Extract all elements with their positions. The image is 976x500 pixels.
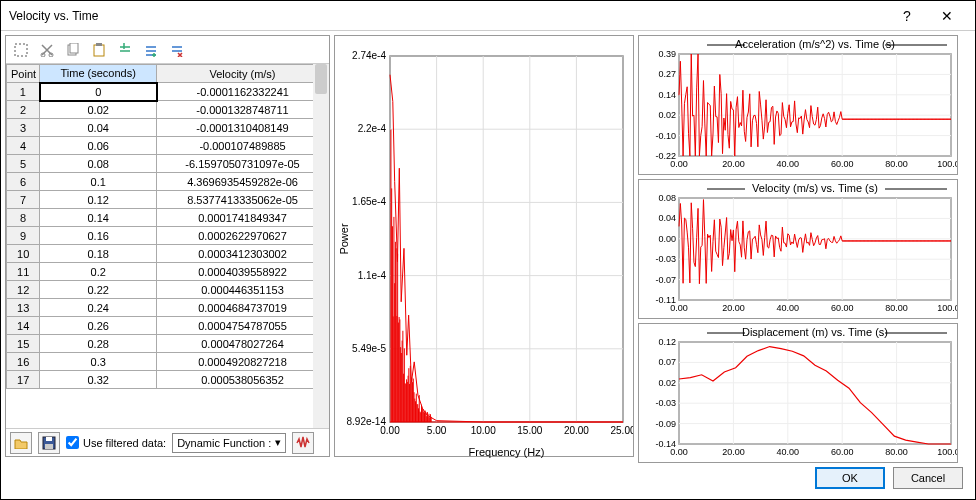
svg-text:0.02: 0.02 [658, 110, 676, 120]
use-filtered-checkbox[interactable]: Use filtered data: [66, 436, 166, 449]
svg-text:0.02: 0.02 [658, 378, 676, 388]
svg-text:0.07: 0.07 [658, 357, 676, 367]
table-scrollbar[interactable] [313, 64, 329, 428]
svg-rect-5 [94, 45, 104, 56]
svg-rect-154 [679, 342, 951, 444]
data-panel: Point Time (seconds) Velocity (m/s) 10-0… [5, 35, 330, 457]
svg-text:20.00: 20.00 [722, 447, 745, 457]
acceleration-chart: Acceleration (m/s^2) vs. Time (s)0.390.2… [638, 35, 958, 175]
use-filtered-label: Use filtered data: [83, 437, 166, 449]
svg-text:-0.10: -0.10 [655, 131, 676, 141]
paste-icon[interactable] [90, 41, 108, 59]
table-row[interactable]: 170.320.000538056352 [7, 371, 329, 389]
close-button[interactable]: ✕ [927, 1, 967, 31]
dialog-footer: OK Cancel [1, 461, 975, 495]
svg-text:0.00: 0.00 [670, 159, 688, 169]
svg-text:20.00: 20.00 [722, 159, 745, 169]
copy-icon[interactable] [64, 41, 82, 59]
svg-text:40.00: 40.00 [777, 303, 800, 313]
table-row[interactable]: 100.180.0003412303002 [7, 245, 329, 263]
svg-text:0.39: 0.39 [658, 49, 676, 59]
power-spectrum-chart: 2.74e-42.2e-41.65e-41.1e-45.49e-58.92e-1… [334, 35, 634, 457]
window-title: Velocity vs. Time [9, 9, 887, 23]
table-toolbar [6, 36, 329, 64]
svg-text:100.00: 100.00 [937, 447, 957, 457]
cut-icon[interactable] [38, 41, 56, 59]
table-row[interactable]: 110.20.0004039558922 [7, 263, 329, 281]
svg-text:-0.09: -0.09 [655, 419, 676, 429]
svg-text:1.65e-4: 1.65e-4 [352, 196, 386, 207]
col-time[interactable]: Time (seconds) [40, 65, 157, 83]
svg-text:15.00: 15.00 [517, 425, 542, 436]
save-file-button[interactable] [38, 432, 60, 454]
svg-text:0.00: 0.00 [658, 234, 676, 244]
svg-text:Velocity (m/s) vs. Time (s): Velocity (m/s) vs. Time (s) [752, 182, 878, 194]
svg-text:Displacement (m) vs. Time (s): Displacement (m) vs. Time (s) [742, 326, 888, 338]
col-point[interactable]: Point [7, 65, 40, 83]
table-row[interactable]: 80.140.0001741849347 [7, 209, 329, 227]
table-row[interactable]: 140.260.0004754787055 [7, 317, 329, 335]
svg-text:0.08: 0.08 [658, 193, 676, 203]
function-dropdown[interactable]: Dynamic Function : ▾ [172, 433, 286, 453]
svg-text:2.74e-4: 2.74e-4 [352, 50, 386, 61]
svg-text:1.1e-4: 1.1e-4 [358, 270, 387, 281]
svg-text:100.00: 100.00 [937, 159, 957, 169]
table-row[interactable]: 10-0.0001162332241 [7, 83, 329, 101]
open-file-button[interactable] [10, 432, 32, 454]
row-delete-icon[interactable] [168, 41, 186, 59]
chevron-down-icon: ▾ [275, 436, 281, 449]
svg-rect-0 [15, 44, 27, 56]
svg-text:Frequency (Hz): Frequency (Hz) [469, 446, 545, 458]
table-row[interactable]: 20.02-0.0001328748711 [7, 101, 329, 119]
ok-button[interactable]: OK [815, 467, 885, 489]
svg-text:60.00: 60.00 [831, 447, 854, 457]
svg-text:80.00: 80.00 [885, 159, 908, 169]
svg-text:60.00: 60.00 [831, 303, 854, 313]
svg-text:-0.03: -0.03 [655, 254, 676, 264]
svg-text:0.00: 0.00 [670, 447, 688, 457]
table-row[interactable]: 160.30.0004920827218 [7, 353, 329, 371]
row-add-icon[interactable] [142, 41, 160, 59]
help-button[interactable]: ? [887, 1, 927, 31]
svg-text:0.27: 0.27 [658, 69, 676, 79]
use-filtered-input[interactable] [66, 436, 79, 449]
select-icon[interactable] [12, 41, 30, 59]
svg-text:60.00: 60.00 [831, 159, 854, 169]
svg-rect-9 [45, 444, 53, 449]
svg-text:0.12: 0.12 [658, 337, 676, 347]
svg-rect-8 [46, 437, 52, 441]
svg-rect-10 [390, 56, 623, 422]
svg-text:-0.03: -0.03 [655, 398, 676, 408]
table-row[interactable]: 30.04-0.0001310408149 [7, 119, 329, 137]
svg-text:25.00: 25.00 [610, 425, 633, 436]
mini-charts-panel: Acceleration (m/s^2) vs. Time (s)0.390.2… [638, 35, 958, 457]
cancel-button[interactable]: Cancel [893, 467, 963, 489]
table-row[interactable]: 120.220.000446351153 [7, 281, 329, 299]
svg-text:80.00: 80.00 [885, 303, 908, 313]
table-row[interactable]: 40.06-0.000107489885 [7, 137, 329, 155]
table-row[interactable]: 50.08-6.1597050731097e-05 [7, 155, 329, 173]
bottom-toolbar: Use filtered data: Dynamic Function : ▾ [6, 428, 329, 456]
svg-text:10.00: 10.00 [471, 425, 496, 436]
svg-text:40.00: 40.00 [777, 159, 800, 169]
svg-text:5.00: 5.00 [427, 425, 447, 436]
svg-text:40.00: 40.00 [777, 447, 800, 457]
velocity-chart: Velocity (m/s) vs. Time (s)0.080.040.00-… [638, 179, 958, 319]
svg-text:20.00: 20.00 [722, 303, 745, 313]
col-velocity[interactable]: Velocity (m/s) [157, 65, 329, 83]
table-row[interactable]: 90.160.0002622970627 [7, 227, 329, 245]
table-row[interactable]: 150.280.000478027264 [7, 335, 329, 353]
row-insert-icon[interactable] [116, 41, 134, 59]
data-table[interactable]: Point Time (seconds) Velocity (m/s) 10-0… [6, 64, 329, 428]
waveform-button[interactable] [292, 432, 314, 454]
table-row[interactable]: 70.128.5377413335062e-05 [7, 191, 329, 209]
svg-text:80.00: 80.00 [885, 447, 908, 457]
svg-text:Power: Power [338, 223, 350, 255]
table-row[interactable]: 60.14.3696935459282e-06 [7, 173, 329, 191]
titlebar: Velocity vs. Time ? ✕ [1, 1, 975, 31]
svg-rect-125 [679, 198, 951, 300]
svg-text:Acceleration (m/s^2) vs. Time : Acceleration (m/s^2) vs. Time (s) [735, 38, 895, 50]
svg-text:0.00: 0.00 [670, 303, 688, 313]
table-row[interactable]: 130.240.0004684737019 [7, 299, 329, 317]
svg-text:0.04: 0.04 [658, 213, 676, 223]
